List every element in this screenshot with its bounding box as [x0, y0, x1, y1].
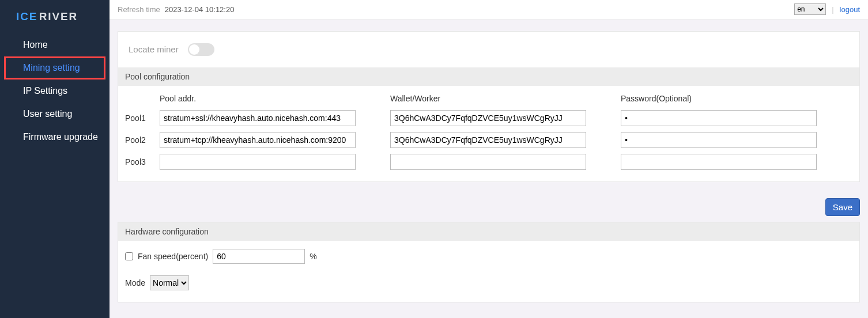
main: Refresh time 2023-12-04 10:12:20 en | lo…	[110, 0, 868, 318]
sidebar: ICE RIVER Home Mining setting IP Setting…	[0, 0, 110, 318]
fan-speed-checkbox[interactable]	[125, 252, 133, 260]
pool-header-addr: Pool addr.	[160, 94, 356, 104]
logout-link[interactable]: logout	[840, 5, 860, 14]
pool3-label: Pool3	[125, 157, 160, 166]
save-button[interactable]: Save	[825, 198, 860, 216]
fan-speed-label: Fan speed(percent)	[138, 252, 208, 261]
language-select[interactable]: en	[794, 3, 826, 15]
sidebar-item-home[interactable]: Home	[0, 33, 110, 56]
pool-section-header: Pool configuration	[118, 67, 859, 86]
mode-label: Mode	[125, 278, 145, 287]
fan-speed-unit: %	[310, 252, 316, 261]
hardware-panel: Hardware configuration Fan speed(percent…	[118, 222, 860, 302]
pool1-addr-input[interactable]	[160, 110, 356, 126]
sidebar-item-user-setting[interactable]: User setting	[0, 103, 110, 126]
locate-miner-row: Locate miner	[118, 32, 859, 67]
save-row: Save	[118, 198, 860, 222]
topbar: Refresh time 2023-12-04 10:12:20 en | lo…	[110, 0, 868, 20]
pool-grid: Pool addr. Wallet/Worker Password(Option…	[118, 86, 859, 181]
pool3-wallet-input[interactable]	[390, 154, 586, 170]
pool-panel: Locate miner Pool configuration Pool add…	[118, 31, 860, 182]
pool1-label: Pool1	[125, 113, 160, 123]
mode-select[interactable]: Normal	[150, 275, 189, 290]
locate-miner-label: Locate miner	[129, 44, 179, 54]
fan-speed-input[interactable]	[213, 249, 305, 264]
pool3-password-input[interactable]	[621, 154, 817, 170]
mode-row: Mode Normal	[125, 275, 852, 290]
refresh-label: Refresh time	[118, 5, 160, 14]
topbar-divider: |	[832, 5, 833, 14]
pool-header-password: Password(Optional)	[621, 94, 817, 104]
pool2-wallet-input[interactable]	[390, 132, 586, 148]
sidebar-item-firmware-upgrade[interactable]: Firmware upgrade	[0, 126, 110, 149]
pool2-addr-input[interactable]	[160, 132, 356, 148]
refresh-time: 2023-12-04 10:12:20	[165, 5, 235, 14]
pool3-addr-input[interactable]	[160, 154, 356, 170]
pool2-password-input[interactable]	[621, 132, 817, 148]
brand-logo: ICE RIVER	[0, 5, 110, 33]
pool-header-wallet: Wallet/Worker	[390, 94, 586, 104]
nav: Home Mining setting IP Settings User set…	[0, 33, 110, 149]
pool1-password-input[interactable]	[621, 110, 817, 126]
brand-part1: ICE	[16, 10, 37, 22]
pool1-wallet-input[interactable]	[390, 110, 586, 126]
sidebar-item-ip-settings[interactable]: IP Settings	[0, 80, 110, 103]
pool2-label: Pool2	[125, 135, 160, 145]
fan-speed-row: Fan speed(percent) %	[125, 249, 852, 264]
hardware-section-header: Hardware configuration	[118, 222, 859, 241]
sidebar-item-mining-setting[interactable]: Mining setting	[4, 56, 105, 80]
locate-miner-toggle[interactable]	[188, 43, 214, 56]
content: Locate miner Pool configuration Pool add…	[110, 20, 868, 318]
brand-part2: RIVER	[39, 10, 78, 22]
